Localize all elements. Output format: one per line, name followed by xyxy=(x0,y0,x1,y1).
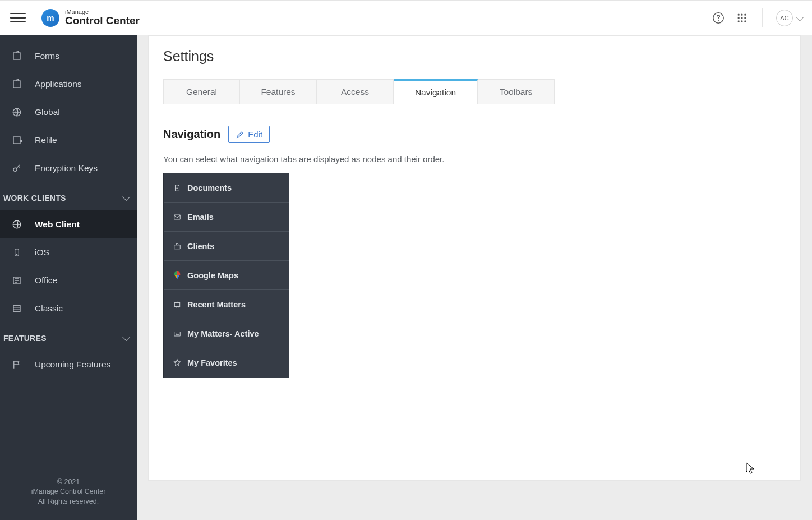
nav-item-documents[interactable]: Documents xyxy=(164,173,289,203)
svg-rect-11 xyxy=(13,53,20,59)
sidebar-item-label: Applications xyxy=(35,79,82,89)
footer-line: iManage Control Center xyxy=(4,487,132,497)
chevron-down-icon xyxy=(122,333,130,341)
sidebar-section-label: FEATURES xyxy=(3,334,47,343)
sidebar-item-upcoming-features[interactable]: Upcoming Features xyxy=(0,351,137,379)
nav-item-label: Emails xyxy=(187,213,214,222)
user-avatar: AC xyxy=(776,10,793,26)
sidebar-item-encryption-keys[interactable]: Encryption Keys xyxy=(0,154,137,182)
nav-item-emails[interactable]: Emails xyxy=(164,203,289,232)
list-icon xyxy=(11,303,22,314)
footer-line: All Rights reserved. xyxy=(4,497,132,507)
nav-item-google-maps[interactable]: Google Maps xyxy=(164,261,289,290)
user-menu[interactable]: AC xyxy=(776,10,802,26)
globe-icon xyxy=(11,219,22,230)
svg-point-3 xyxy=(741,13,742,15)
sidebar-item-label: Global xyxy=(35,107,60,117)
sidebar-section-work-clients[interactable]: WORK CLIENTS xyxy=(0,182,137,210)
section-title: Navigation xyxy=(163,128,220,141)
sidebar-item-refile[interactable]: Refile xyxy=(0,126,137,154)
sidebar: Forms Applications Global Refile xyxy=(0,35,137,520)
sidebar-item-label: Refile xyxy=(35,135,57,145)
svg-point-18 xyxy=(16,254,17,255)
page-title: Settings xyxy=(163,48,786,65)
brand[interactable]: m iManage Control Center xyxy=(41,9,140,27)
globe-icon xyxy=(11,107,22,118)
sidebar-item-label: Upcoming Features xyxy=(35,360,110,370)
svg-rect-14 xyxy=(13,137,20,144)
brand-text: iManage Control Center xyxy=(65,9,140,26)
svg-point-6 xyxy=(741,17,742,19)
svg-rect-23 xyxy=(174,302,179,306)
svg-point-15 xyxy=(13,168,17,171)
tab-label: Navigation xyxy=(415,88,456,98)
nav-item-clients[interactable]: Clients xyxy=(164,232,289,261)
tab-label: Features xyxy=(261,87,295,97)
svg-rect-12 xyxy=(13,81,20,88)
settings-panel: Settings General Features Access Navigat… xyxy=(148,35,801,481)
sidebar-item-label: Web Client xyxy=(35,219,80,229)
svg-point-10 xyxy=(744,20,746,22)
edit-button[interactable]: Edit xyxy=(228,126,270,143)
folder-icon xyxy=(173,329,182,338)
tab-navigation[interactable]: Navigation xyxy=(394,79,478,104)
header-bar: m iManage Control Center xyxy=(0,0,812,35)
svg-rect-20 xyxy=(13,306,20,312)
nav-item-label: Clients xyxy=(187,242,214,251)
brand-logo-icon: m xyxy=(41,9,59,27)
tab-toolbars[interactable]: Toolbars xyxy=(478,79,555,104)
sidebar-item-label: iOS xyxy=(35,247,49,257)
sidebar-item-ios[interactable]: iOS xyxy=(0,238,137,266)
tabs: General Features Access Navigation Toolb… xyxy=(163,79,786,104)
nav-item-label: My Matters- Active xyxy=(187,329,259,338)
phone-icon xyxy=(11,247,22,258)
document-icon xyxy=(173,183,182,192)
svg-rect-24 xyxy=(174,332,181,336)
header-divider xyxy=(762,8,763,27)
recent-icon xyxy=(173,300,182,309)
sidebar-section-label: WORK CLIENTS xyxy=(3,194,66,203)
sidebar-item-classic[interactable]: Classic xyxy=(0,294,137,323)
sidebar-footer: © 2021 iManage Control Center All Rights… xyxy=(0,470,137,521)
nav-item-label: Google Maps xyxy=(187,271,238,280)
nav-item-label: Recent Matters xyxy=(187,300,246,309)
main-area: Settings General Features Access Navigat… xyxy=(137,35,812,520)
nav-item-my-matters-active[interactable]: My Matters- Active xyxy=(164,319,289,348)
puzzle-icon xyxy=(11,135,22,146)
svg-point-9 xyxy=(741,20,742,22)
sidebar-spacer xyxy=(0,35,137,42)
svg-point-4 xyxy=(744,13,746,15)
chevron-down-icon xyxy=(122,193,130,201)
sidebar-item-office[interactable]: Office xyxy=(0,266,137,294)
sidebar-item-forms[interactable]: Forms xyxy=(0,42,137,70)
nav-item-label: Documents xyxy=(187,183,232,192)
tab-label: Toolbars xyxy=(500,87,533,97)
nav-item-my-favorites[interactable]: My Favorites xyxy=(164,348,289,378)
svg-point-8 xyxy=(738,20,740,22)
svg-point-1 xyxy=(718,20,719,21)
key-icon xyxy=(11,163,22,174)
sidebar-item-global[interactable]: Global xyxy=(0,98,137,126)
help-icon[interactable] xyxy=(712,11,725,25)
chevron-down-icon xyxy=(796,13,804,21)
tab-body: Navigation Edit You can select what navi… xyxy=(149,109,800,395)
tab-features[interactable]: Features xyxy=(240,79,317,104)
tab-label: Access xyxy=(341,87,369,97)
apps-grid-icon[interactable] xyxy=(735,11,749,25)
section-description: You can select what navigation tabs are … xyxy=(163,154,786,164)
pencil-icon xyxy=(236,130,244,139)
sidebar-item-web-client[interactable]: Web Client xyxy=(0,210,137,238)
brand-bottom-label: Control Center xyxy=(65,15,140,26)
tab-label: General xyxy=(186,87,217,97)
sidebar-item-label: Classic xyxy=(35,303,63,314)
nav-item-label: My Favorites xyxy=(187,358,237,367)
sidebar-section-features[interactable]: FEATURES xyxy=(0,323,137,351)
sidebar-item-applications[interactable]: Applications xyxy=(0,70,137,98)
tab-general[interactable]: General xyxy=(163,79,240,104)
office-icon xyxy=(11,275,22,286)
tab-access[interactable]: Access xyxy=(317,79,394,104)
hamburger-menu[interactable] xyxy=(10,10,26,26)
edit-button-label: Edit xyxy=(248,130,262,139)
nav-item-recent-matters[interactable]: Recent Matters xyxy=(164,290,289,319)
svg-point-2 xyxy=(738,13,740,15)
